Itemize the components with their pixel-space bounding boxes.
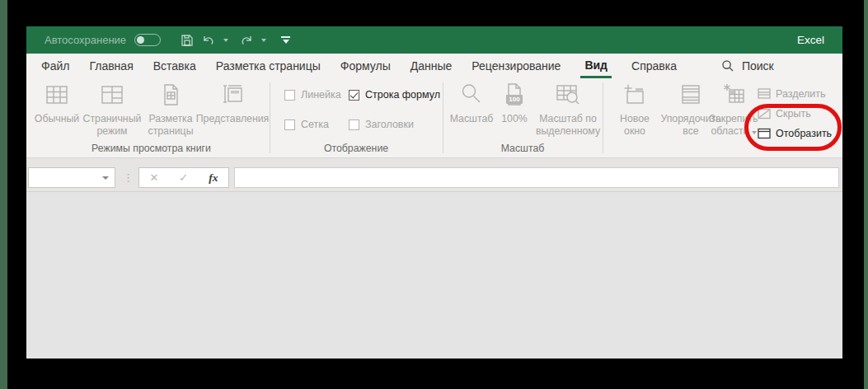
page-break-preview-icon (99, 82, 125, 110)
tab-help[interactable]: Справка (631, 54, 677, 78)
search-box[interactable]: Поиск (721, 54, 774, 78)
redo-icon[interactable] (238, 32, 255, 49)
toggle-knob (137, 36, 144, 44)
tab-page-layout[interactable]: Разметка страницы (216, 54, 321, 78)
page-break-preview-button: Страничный режим (81, 82, 143, 138)
enter-icon: ✓ (179, 171, 188, 184)
workbook-area-empty (26, 191, 842, 359)
zoom-to-selection-icon (554, 82, 582, 110)
name-box-input[interactable] (31, 169, 102, 188)
redo-dropdown-chevron[interactable] (261, 39, 266, 42)
new-window-icon (622, 82, 648, 110)
ruler-checkbox: Линейка (284, 89, 341, 101)
ribbon-tab-row: Файл Главная Вставка Разметка страницы Ф… (26, 54, 842, 78)
arrange-all-icon (678, 82, 704, 110)
freeze-panes-icon (720, 82, 748, 110)
ribbon: Обычный Страничный режим (26, 78, 842, 158)
freeze-panes-button: Закрепить области (706, 82, 761, 138)
background-window-edge-right (864, 0, 868, 389)
tab-file[interactable]: Файл (41, 54, 69, 78)
background-window-edge-left (0, 0, 7, 389)
chevron-down-icon (752, 131, 757, 134)
zoom-icon (458, 82, 485, 110)
normal-view-icon (44, 82, 70, 110)
new-window-button: Новое окно (608, 82, 661, 138)
hide-button: Скрыть (757, 106, 811, 120)
unhide-icon (757, 127, 772, 140)
page-layout-view-button: Разметка страницы (143, 82, 198, 138)
normal-view-button: Обычный (33, 82, 81, 125)
checkbox-checked-icon (349, 90, 359, 101)
name-box-dropdown-icon[interactable] (102, 176, 109, 180)
excel-window: Автосохранение (26, 26, 842, 359)
zoom-100-icon: 100 (500, 82, 528, 110)
split-icon (757, 87, 772, 101)
qat-bar (281, 36, 290, 38)
quick-access-toolbar-options-icon[interactable] (281, 36, 290, 44)
group-label-zoom: Масштаб (443, 143, 603, 155)
autosave-label: Автосохранение (45, 34, 126, 46)
tab-insert[interactable]: Вставка (153, 54, 196, 78)
zoom-100-button: 100 100% (496, 82, 533, 125)
headings-checkbox: Заголовки (349, 119, 414, 130)
formula-bar-drag-handle[interactable]: ⋮ (123, 171, 134, 184)
gridlines-checkbox: Сетка (284, 119, 329, 130)
group-label-workbook-views: Режимы просмотра книги (33, 143, 270, 155)
tab-data[interactable]: Данные (411, 54, 453, 78)
custom-views-button: Представления (199, 82, 265, 125)
autosave-toggle[interactable] (134, 34, 161, 46)
formula-bar-row: ⋮ ✕ ✓ fx (26, 158, 842, 191)
name-box[interactable] (28, 167, 115, 188)
formula-bar-checkbox[interactable]: Строка формул (349, 89, 440, 101)
tab-formulas[interactable]: Формулы (340, 54, 391, 78)
checkbox-icon (284, 120, 295, 130)
page-layout-view-icon (157, 82, 184, 110)
group-label-show: Отображение (270, 143, 443, 155)
hide-icon (757, 107, 772, 120)
cancel-icon: ✕ (149, 171, 158, 184)
app-title: Excel (797, 26, 824, 54)
qat-chevron (283, 40, 289, 44)
tab-review[interactable]: Рецензирование (472, 54, 561, 78)
custom-views-icon (219, 82, 246, 110)
undo-dropdown-chevron[interactable] (223, 39, 228, 42)
split-button: Разделить (757, 87, 826, 101)
checkbox-icon (284, 90, 295, 101)
tab-home[interactable]: Главная (89, 54, 133, 78)
checkbox-icon (349, 120, 359, 130)
formula-input[interactable] (234, 167, 839, 188)
insert-function-icon[interactable]: fx (209, 171, 218, 185)
search-icon (721, 59, 734, 73)
save-icon[interactable] (179, 32, 195, 49)
search-label: Поиск (742, 59, 774, 73)
zoom-100-badge: 100 (506, 95, 523, 104)
tab-view[interactable]: Вид (580, 54, 612, 78)
zoom-button: Масштаб (449, 82, 494, 125)
screenshot-canvas: Автосохранение (0, 0, 868, 389)
title-bar: Автосохранение (26, 26, 842, 54)
undo-icon[interactable] (200, 32, 217, 49)
formula-buttons-box: ✕ ✓ fx (138, 167, 229, 188)
unhide-button[interactable]: Отобразить (757, 126, 832, 140)
group-separator (603, 82, 603, 153)
zoom-to-selection-button: Масштаб по выделенному (535, 82, 601, 138)
